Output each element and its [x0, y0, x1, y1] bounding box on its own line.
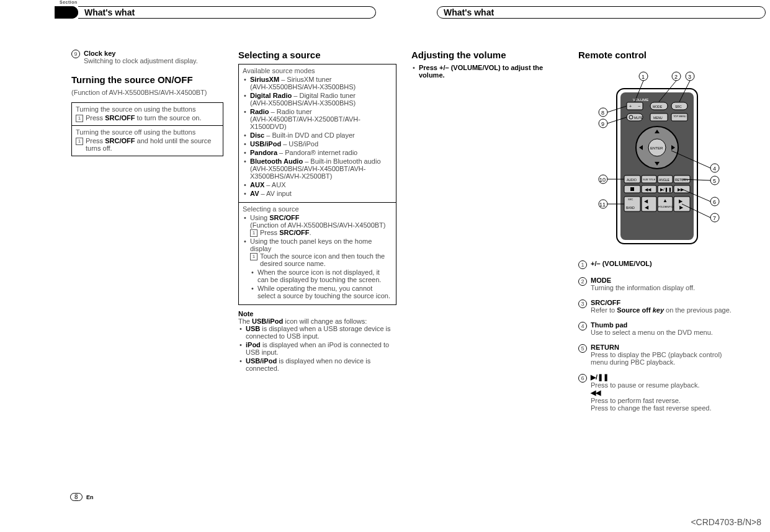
column-4: Remote control VOLUME +− MODE SRC MUTE M… — [578, 50, 736, 419]
svg-text:4: 4 — [713, 166, 716, 172]
svg-text:▶: ▶ — [679, 205, 684, 210]
svg-text:9: 9 — [601, 121, 604, 127]
source-on-step: Press SRC/OFF to turn the source on. — [76, 114, 219, 122]
manual-page: Section 03 What's what What's what 9 Clo… — [0, 0, 770, 532]
clock-key-label: Clock key — [84, 50, 115, 57]
sel-touch-step: Touch the source icon and then touch the… — [250, 252, 392, 267]
svg-text:◀: ◀ — [644, 198, 648, 204]
available-modes-heading: Available source modes — [243, 67, 392, 74]
selecting-list: Using SRC/OFF (Function of AVH-X5500BHS/… — [243, 214, 392, 299]
svg-text:SRC: SRC — [675, 105, 682, 109]
remote-2-label: MODE — [591, 277, 611, 284]
header-right-title: What's what — [444, 7, 494, 17]
svg-text:▲: ▲ — [663, 198, 668, 203]
remote-control-heading: Remote control — [578, 50, 736, 60]
selecting-source-heading: Selecting a source — [238, 50, 396, 60]
svg-text:◀: ◀ — [645, 205, 649, 210]
svg-text:▶/❚❚: ▶/❚❚ — [660, 187, 672, 192]
remote-diagram: VOLUME +− MODE SRC MUTE MENU TOP MENU EN… — [578, 64, 736, 251]
note-list: USB is displayed when a USB storage devi… — [238, 325, 396, 372]
section-tab: Section 03 — [0, 0, 59, 4]
svg-text:TOP MENU: TOP MENU — [673, 115, 686, 118]
svg-text:▶: ▶ — [679, 198, 683, 204]
svg-text:5: 5 — [713, 178, 716, 184]
column-3: Adjusting the volume Press +/– (VOLUME/V… — [411, 50, 563, 419]
sel-srcoff: Using SRC/OFF (Function of AVH-X5500BHS/… — [243, 214, 392, 236]
svg-text:8: 8 — [601, 110, 604, 116]
svg-text:7: 7 — [713, 215, 716, 221]
svg-text:10: 10 — [599, 177, 606, 183]
header-right: What's what — [437, 6, 766, 19]
svg-text:AUDIO: AUDIO — [627, 178, 637, 182]
sel-srcoff-step: Press SRC/OFF. — [250, 229, 392, 236]
source-off-step: Press SRC/OFF and hold until the source … — [76, 137, 219, 152]
modes-list: SiriusXM – SiriusXM tuner(AVH-X5500BHS/A… — [243, 76, 392, 197]
svg-text:+: + — [629, 104, 632, 109]
document-id: <CRD4703-B/N>8 — [691, 517, 761, 527]
remote-4-label: Thumb pad — [591, 321, 627, 329]
remote-6-label: ▶/❚❚ — [591, 373, 609, 381]
header-left: What's what — [78, 6, 376, 19]
svg-text:SUB TITLE: SUB TITLE — [643, 178, 655, 181]
page-lang: En — [86, 494, 94, 500]
source-on-heading: Turning the source on using the buttons — [76, 105, 219, 113]
svg-text:ANGLE: ANGLE — [659, 178, 670, 182]
svg-text:RETURN: RETURN — [675, 178, 688, 182]
clock-key-desc: Switching to clock adjustment display. — [84, 57, 198, 64]
svg-text:6: 6 — [713, 199, 716, 205]
page-footer: 8 En — [70, 493, 94, 501]
svg-text:BAND: BAND — [626, 206, 635, 210]
svg-text:2: 2 — [674, 74, 678, 80]
note-heading: Note — [238, 310, 396, 317]
svg-text:ENTER: ENTER — [650, 146, 663, 150]
svg-text:MUTE: MUTE — [634, 116, 643, 120]
remote-svg: VOLUME +− MODE SRC MUTE MENU TOP MENU EN… — [578, 64, 736, 250]
svg-text:11: 11 — [599, 202, 606, 208]
column-1: 9 Clock key Switching to clock adjustmen… — [71, 50, 223, 419]
selecting-sub-heading: Selecting a source — [243, 205, 392, 213]
svg-text:3: 3 — [688, 74, 691, 80]
svg-text:1: 1 — [642, 74, 645, 80]
turning-source-sub: (Function of AVH-X5500BHS/AVH-X4500BT) — [71, 89, 223, 96]
svg-text:SRC: SRC — [628, 198, 633, 201]
source-box: Available source modes SiriusXM – Sirius… — [238, 64, 396, 305]
page-number: 8 — [70, 493, 83, 501]
svg-text:MODE: MODE — [653, 105, 663, 109]
volume-instruction: Press +/– (VOLUME/VOL) to adjust the vol… — [411, 64, 563, 79]
svg-text:FOLDER/P.CH: FOLDER/P.CH — [658, 205, 674, 208]
svg-text:◀◀: ◀◀ — [645, 187, 651, 192]
header-left-title: What's what — [84, 7, 135, 17]
column-2: Selecting a source Available source mode… — [238, 50, 396, 419]
source-onoff-box: Turning the source on using the buttons … — [71, 102, 223, 156]
rewind-icon: ◀◀ — [591, 389, 736, 397]
remote-3-label: SRC/OFF — [591, 299, 620, 306]
svg-text:−: − — [638, 104, 640, 109]
note-intro: The USB/iPod icon will change as follows… — [238, 317, 396, 325]
svg-text:MENU: MENU — [653, 116, 663, 120]
adjusting-volume-heading: Adjusting the volume — [411, 50, 563, 60]
clock-key-row: 9 Clock key Switching to clock adjustmen… — [71, 50, 223, 64]
remote-1-label: +/– (VOLUME/VOL) — [591, 260, 652, 267]
remote-legend: 1+/– (VOLUME/VOL) 2MODETurning the infor… — [578, 260, 736, 412]
remote-5-label: RETURN — [591, 344, 619, 351]
svg-rect-29 — [630, 187, 634, 191]
source-off-heading: Turning the source off using the buttons — [76, 128, 219, 136]
turning-source-heading: Turning the source ON/OFF — [71, 74, 223, 85]
clock-key-number: 9 — [71, 50, 80, 58]
sel-touch: Using the touch panel keys on the home d… — [243, 237, 392, 299]
